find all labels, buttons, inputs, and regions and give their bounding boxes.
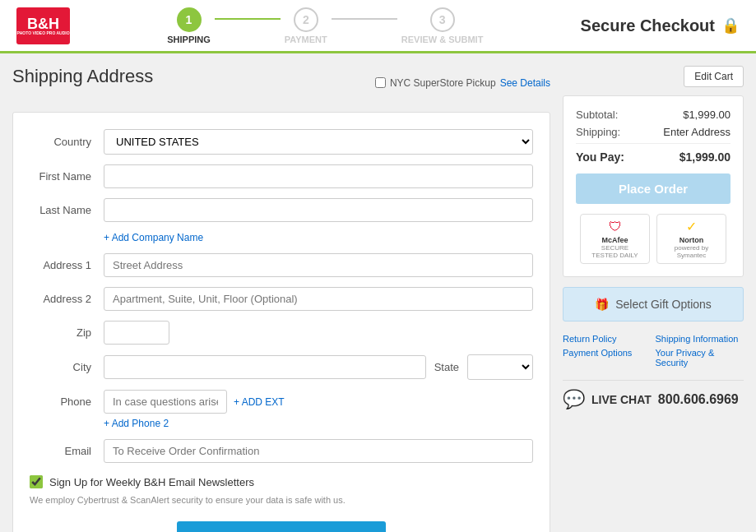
shipping-form-panel: Country UNITED STATES First Name Last Na…	[12, 112, 550, 532]
phone-row: Phone + ADD EXT	[30, 390, 533, 414]
mcafee-tested: TESTED DAILY	[591, 252, 638, 259]
checkout-steps: 1 SHIPPING 2 PAYMENT 3 REVIEW & SUBMIT	[70, 7, 581, 44]
zip-row: Zip	[30, 321, 533, 345]
logo[interactable]: B&H PHOTO VIDEO PRO AUDIO	[16, 7, 70, 44]
phone-label: Phone	[30, 396, 104, 408]
email-field	[104, 439, 533, 463]
add-phone-link[interactable]: + Add Phone 2	[104, 418, 533, 429]
first-name-input[interactable]	[104, 164, 533, 188]
step-2-label: PAYMENT	[285, 35, 327, 44]
step-2-circle: 2	[294, 7, 318, 32]
first-name-field	[104, 164, 533, 188]
security-note: We employ Cybertrust & ScanAlert securit…	[30, 495, 533, 505]
phone-number: 800.606.6969	[658, 392, 739, 407]
email-label: Email	[30, 445, 104, 457]
address2-label: Address 2	[30, 293, 104, 305]
newsletter-checkbox[interactable]	[30, 475, 43, 488]
payment-options-link[interactable]: Payment Options	[563, 348, 652, 358]
right-panel: Edit Cart Subtotal: $1,999.00 Shipping: …	[563, 66, 744, 532]
you-pay-label: You Pay:	[576, 150, 624, 164]
divider	[563, 380, 744, 381]
email-input[interactable]	[104, 439, 533, 463]
links-col-right: Shipping Information Your Privacy & Secu…	[656, 334, 744, 368]
left-section: Shipping Address NYC SuperStore Pickup S…	[12, 66, 550, 532]
state-select[interactable]	[467, 354, 533, 380]
address2-row: Address 2	[30, 287, 533, 311]
add-ext-link[interactable]: + ADD EXT	[234, 396, 285, 408]
country-label: Country	[30, 136, 104, 148]
address1-row: Address 1	[30, 253, 533, 277]
return-policy-link[interactable]: Return Policy	[563, 334, 652, 344]
state-label: State	[426, 361, 467, 373]
step-shipping: 1 SHIPPING	[167, 7, 211, 44]
last-name-label: Last Name	[30, 204, 104, 216]
zip-input[interactable]	[104, 321, 169, 345]
live-chat-label[interactable]: LIVE CHAT	[591, 393, 652, 406]
mcafee-badge: 🛡 McAfee SECURE TESTED DAILY	[580, 214, 650, 264]
country-field: UNITED STATES	[104, 129, 533, 155]
city-label: City	[30, 361, 104, 373]
country-row: Country UNITED STATES	[30, 129, 533, 155]
shipping-value: Enter Address	[663, 126, 730, 138]
last-name-input[interactable]	[104, 198, 533, 222]
address1-input[interactable]	[104, 253, 533, 277]
edit-cart-button[interactable]: Edit Cart	[684, 66, 744, 87]
step-3-circle: 3	[430, 7, 455, 32]
step-1-label: SHIPPING	[167, 35, 211, 44]
norton-sub: powered by Symantec	[664, 244, 719, 259]
address2-field	[104, 287, 533, 311]
newsletter-row: Sign Up for Weekly B&H Email Newsletters	[30, 475, 533, 488]
mcafee-icon: 🛡	[609, 220, 622, 234]
step-payment: 2 PAYMENT	[285, 7, 327, 44]
header: B&H PHOTO VIDEO PRO AUDIO 1 SHIPPING 2 P…	[0, 0, 756, 53]
secure-checkout: Secure Checkout 🔒	[581, 16, 740, 35]
shipping-info-link[interactable]: Shipping Information	[656, 334, 744, 344]
step-review: 3 REVIEW & SUBMIT	[401, 7, 484, 44]
order-summary: Subtotal: $1,999.00 Shipping: Enter Addr…	[563, 95, 744, 277]
subtotal-row: Subtotal: $1,999.00	[576, 109, 730, 121]
norton-badge: ✓ Norton powered by Symantec	[656, 214, 726, 264]
city-state-row: City State	[30, 354, 533, 380]
main-content: Shipping Address NYC SuperStore Pickup S…	[0, 53, 756, 532]
gift-options-button[interactable]: 🎁 Select Gift Options	[563, 287, 744, 322]
last-name-row: Last Name	[30, 198, 533, 222]
security-badges: 🛡 McAfee SECURE TESTED DAILY ✓ Norton po…	[576, 214, 730, 264]
edit-cart-row: Edit Cart	[563, 66, 744, 87]
view-shipping-button[interactable]: View Shipping Options	[177, 521, 386, 532]
zip-label: Zip	[30, 326, 104, 339]
address1-field	[104, 253, 533, 277]
step-3-label: REVIEW & SUBMIT	[401, 35, 484, 44]
nyc-pickup-row: NYC SuperStore Pickup See Details	[375, 77, 550, 89]
first-name-row: First Name	[30, 164, 533, 188]
subtotal-value: $1,999.00	[683, 109, 730, 121]
add-company-link[interactable]: Add Company Name	[104, 232, 533, 243]
place-order-button[interactable]: Place Order	[576, 173, 730, 204]
last-name-field	[104, 198, 533, 222]
privacy-security-link[interactable]: Your Privacy & Security	[656, 348, 744, 368]
nyc-pickup-checkbox[interactable]	[375, 77, 386, 88]
first-name-label: First Name	[30, 170, 104, 183]
zip-field	[104, 321, 533, 345]
see-details-link[interactable]: See Details	[500, 77, 550, 89]
email-row: Email	[30, 439, 533, 463]
norton-icon: ✓	[686, 219, 697, 234]
shipping-row: Shipping: Enter Address	[576, 126, 730, 138]
step-line-2	[332, 18, 397, 20]
live-chat-section: 💬 LIVE CHAT 800.606.6969	[563, 389, 744, 410]
logo-text: B&H PHOTO VIDEO PRO AUDIO	[16, 16, 69, 35]
address2-input[interactable]	[104, 287, 533, 311]
address1-label: Address 1	[30, 259, 104, 271]
you-pay-row: You Pay: $1,999.00	[576, 143, 730, 164]
country-select[interactable]: UNITED STATES	[104, 129, 533, 155]
city-input[interactable]	[104, 355, 426, 379]
mcafee-secure: SECURE	[601, 244, 628, 252]
newsletter-label: Sign Up for Weekly B&H Email Newsletters	[49, 476, 254, 488]
subtotal-label: Subtotal:	[576, 109, 618, 121]
gift-icon: 🎁	[595, 298, 609, 311]
step-line-1	[215, 18, 281, 20]
you-pay-value: $1,999.00	[679, 150, 730, 164]
phone-input[interactable]	[104, 390, 227, 414]
step-1-circle: 1	[177, 7, 202, 32]
page-title: Shipping Address	[12, 66, 153, 87]
links-col-left: Return Policy Payment Options	[563, 334, 652, 368]
